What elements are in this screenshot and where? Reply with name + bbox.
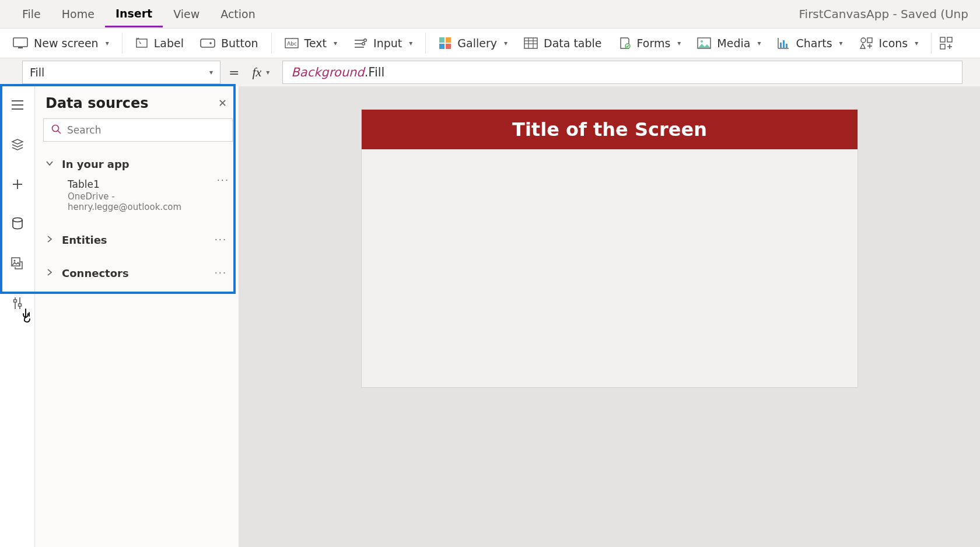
svg-rect-12: [439, 37, 444, 43]
menu-action[interactable]: Action: [210, 2, 266, 26]
app-title: FirstCanvasApp - Saved (Unp: [799, 7, 968, 21]
svg-rect-27: [783, 40, 785, 48]
media-icon: [697, 37, 711, 49]
forms-button[interactable]: Forms ▾: [611, 33, 688, 53]
chevron-down-icon: ▾: [915, 39, 918, 47]
group-title: In your app: [62, 158, 130, 170]
svg-rect-16: [524, 38, 537, 48]
left-rail: [0, 86, 35, 547]
divider: [931, 33, 932, 54]
svg-rect-33: [940, 44, 945, 49]
advanced-tools-button[interactable]: [6, 292, 29, 315]
search-input[interactable]: [67, 124, 225, 136]
chevron-down-icon: ▾: [757, 39, 761, 47]
svg-rect-30: [867, 38, 872, 43]
chevron-down-icon: ▾: [839, 39, 843, 47]
menu-insert[interactable]: Insert: [105, 1, 163, 27]
button-button[interactable]: Button: [193, 33, 265, 53]
svg-rect-15: [446, 44, 451, 49]
svg-point-23: [701, 40, 703, 43]
text-icon: Abc: [285, 38, 299, 48]
menu-file[interactable]: File: [12, 2, 51, 26]
insert-button[interactable]: [6, 173, 29, 196]
data-sources-panel: Data sources ✕ In your app: [35, 86, 239, 547]
addins-button[interactable]: [937, 33, 955, 53]
more-actions-button[interactable]: ···: [214, 174, 233, 187]
grid-plus-icon: [940, 37, 953, 50]
tree-view-button[interactable]: [6, 133, 29, 156]
hamburger-button[interactable]: [6, 93, 29, 117]
chevron-right-icon: [46, 268, 54, 279]
new-screen-button[interactable]: New screen ▾: [6, 33, 116, 53]
app-canvas[interactable]: Title of the Screen: [362, 110, 858, 387]
group-connectors[interactable]: Connectors ···: [43, 263, 233, 283]
label-button[interactable]: Label: [128, 33, 191, 53]
icons-button[interactable]: Icons ▾: [852, 33, 926, 53]
canvas-area[interactable]: Title of the Screen: [239, 86, 980, 547]
media-button[interactable]: Media ▾: [690, 33, 768, 53]
svg-point-11: [362, 43, 365, 45]
svg-rect-0: [13, 38, 27, 47]
canvas-header[interactable]: Title of the Screen: [362, 110, 858, 149]
gallery-button[interactable]: Gallery ▾: [432, 33, 514, 53]
text-label: Text: [304, 37, 327, 50]
data-sources-button[interactable]: [6, 212, 29, 236]
more-actions-button[interactable]: ···: [211, 267, 230, 280]
datasource-subtitle: OneDrive - henry.legge@outlook.com: [68, 191, 211, 212]
divider: [122, 33, 123, 54]
svg-rect-32: [947, 37, 952, 42]
fx-icon: fx: [252, 65, 261, 80]
svg-rect-3: [201, 39, 215, 47]
svg-point-29: [861, 38, 866, 43]
input-icon: [354, 37, 368, 49]
button-label: Button: [221, 37, 258, 50]
charts-icon: [777, 37, 790, 50]
chevron-down-icon: ▾: [504, 39, 508, 47]
svg-rect-14: [439, 44, 444, 49]
divider: [271, 33, 272, 54]
more-actions-button[interactable]: ···: [211, 233, 230, 247]
menu-view[interactable]: View: [163, 2, 210, 26]
formula-prop: Fill: [368, 65, 384, 79]
input-button[interactable]: Input ▾: [346, 33, 419, 53]
main-area: Data sources ✕ In your app: [0, 86, 980, 547]
menu-home[interactable]: Home: [51, 2, 105, 26]
group-title: Entities: [62, 234, 107, 246]
charts-button[interactable]: Charts ▾: [770, 33, 849, 53]
svg-line-47: [58, 131, 61, 134]
svg-rect-45: [18, 304, 21, 306]
svg-text:Abc: Abc: [287, 41, 297, 47]
group-title: Connectors: [62, 267, 129, 279]
data-table-button[interactable]: Data table: [517, 33, 609, 53]
chevron-down-icon: ▾: [209, 68, 213, 76]
datasource-name: Table1: [68, 178, 211, 190]
search-box[interactable]: [43, 118, 233, 142]
input-label: Input: [373, 37, 402, 50]
group-in-your-app[interactable]: In your app: [43, 155, 233, 174]
svg-point-39: [13, 218, 22, 222]
property-selector[interactable]: Fill ▾: [22, 61, 220, 84]
svg-point-46: [52, 125, 59, 132]
close-icon: ✕: [218, 97, 227, 109]
media-rail-button[interactable]: [6, 252, 29, 275]
svg-rect-13: [446, 37, 451, 43]
text-button[interactable]: Abc Text ▾: [278, 33, 344, 53]
svg-point-10: [364, 39, 367, 42]
charts-label: Charts: [796, 37, 832, 50]
screen-icon: [13, 37, 28, 49]
group-entities[interactable]: Entities ···: [43, 230, 233, 250]
label-label: Label: [154, 37, 184, 50]
chevron-down-icon: ▾: [106, 39, 109, 47]
datatable-icon: [524, 37, 538, 49]
datasource-item[interactable]: Table1 OneDrive - henry.legge@outlook.co…: [43, 174, 214, 217]
chevron-down-icon: ▾: [409, 39, 412, 47]
icons-label: Icons: [879, 37, 908, 50]
equals-sign: =: [229, 65, 239, 80]
gallery-label: Gallery: [457, 37, 497, 50]
formula-input[interactable]: Background.Fill: [282, 61, 963, 84]
svg-rect-1: [18, 47, 23, 48]
svg-point-41: [13, 260, 15, 262]
chevron-right-icon: [46, 234, 54, 246]
fx-button[interactable]: fx ▾: [247, 62, 274, 82]
close-panel-button[interactable]: ✕: [216, 94, 229, 111]
